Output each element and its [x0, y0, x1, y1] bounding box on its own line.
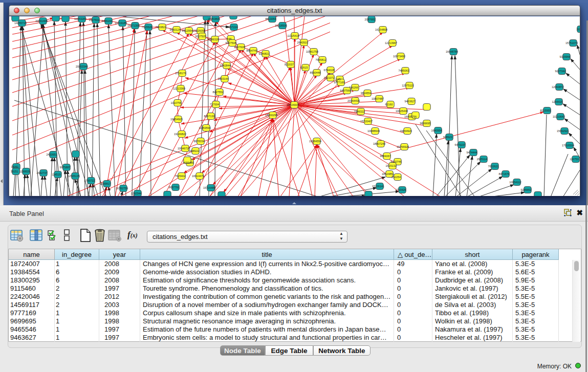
- svg-text:9684067: 9684067: [380, 155, 391, 158]
- svg-text:12213369: 12213369: [173, 87, 185, 90]
- svg-text:2718176: 2718176: [176, 72, 186, 75]
- svg-text:9699695: 9699695: [420, 122, 431, 125]
- svg-text:8912954: 8912954: [182, 29, 193, 32]
- svg-text:10719185: 10719185: [115, 21, 127, 25]
- svg-text:10210643: 10210643: [553, 115, 565, 118]
- svg-text:17016504: 17016504: [562, 144, 574, 147]
- svg-text:7955812: 7955812: [316, 58, 326, 61]
- svg-text:3824554: 3824554: [361, 92, 372, 95]
- svg-text:1527602: 1527602: [89, 18, 100, 21]
- svg-text:12975115: 12975115: [402, 84, 414, 87]
- svg-text:10961758: 10961758: [306, 50, 318, 53]
- svg-text:1292344: 1292344: [131, 192, 142, 195]
- svg-text:1733426: 1733426: [396, 188, 406, 191]
- svg-text:19166822: 19166822: [174, 133, 186, 136]
- svg-text:822037: 822037: [285, 63, 294, 66]
- svg-text:20691406: 20691406: [35, 19, 48, 23]
- svg-text:7625402: 7625402: [175, 174, 186, 178]
- svg-text:1640954: 1640954: [431, 129, 442, 132]
- svg-text:11325419: 11325419: [287, 34, 299, 37]
- svg-text:16154808: 16154808: [375, 28, 387, 31]
- svg-text:9242844: 9242844: [220, 64, 231, 67]
- svg-text:12093872: 12093872: [552, 85, 564, 89]
- svg-text:10973493: 10973493: [393, 55, 405, 58]
- svg-text:19218506: 19218506: [275, 24, 287, 27]
- svg-text:9329966: 9329966: [560, 55, 571, 58]
- svg-text:12505135: 12505135: [68, 174, 80, 178]
- svg-text:6466160: 6466160: [102, 19, 113, 23]
- svg-text:7663822: 7663822: [156, 26, 166, 29]
- svg-text:6479197: 6479197: [455, 143, 466, 146]
- svg-text:1156829: 1156829: [19, 170, 30, 173]
- svg-text:7986322: 7986322: [354, 110, 365, 113]
- svg-text:62615: 62615: [300, 66, 308, 69]
- svg-text:1244415: 1244415: [552, 100, 563, 103]
- svg-text:9245652: 9245652: [521, 188, 532, 191]
- svg-text:62160: 62160: [385, 103, 393, 106]
- svg-text:19384554: 19384554: [309, 140, 321, 143]
- svg-text:20053346: 20053346: [76, 65, 88, 68]
- svg-text:16782759: 16782759: [116, 187, 128, 190]
- svg-text:15716485: 15716485: [203, 186, 215, 189]
- svg-text:39151: 39151: [11, 170, 18, 173]
- svg-text:15136141: 15136141: [372, 185, 384, 188]
- svg-text:9657791: 9657791: [169, 186, 180, 189]
- svg-text:20364436: 20364436: [347, 99, 360, 102]
- svg-text:746266: 746266: [349, 86, 358, 89]
- svg-text:2420651: 2420651: [47, 153, 57, 156]
- svg-text:8471676: 8471676: [499, 172, 510, 176]
- svg-text:6497568: 6497568: [340, 89, 351, 92]
- svg-text:10025438: 10025438: [396, 110, 408, 113]
- svg-text:35061: 35061: [11, 165, 19, 168]
- svg-text:16648784: 16648784: [446, 50, 458, 53]
- svg-text:9498222: 9498222: [189, 149, 200, 152]
- svg-text:19756928: 19756928: [397, 145, 409, 148]
- svg-text:2803144: 2803144: [218, 77, 229, 80]
- svg-text:18300295: 18300295: [265, 114, 277, 117]
- svg-text:252254: 252254: [391, 176, 401, 179]
- svg-text:9146821: 9146821: [259, 52, 270, 55]
- svg-text:9227342: 9227342: [555, 70, 566, 73]
- svg-text:2367608: 2367608: [234, 46, 245, 49]
- svg-text:9327508: 9327508: [226, 41, 236, 45]
- svg-text:2087682: 2087682: [365, 18, 376, 21]
- svg-text:8186328: 8186328: [208, 38, 219, 41]
- svg-text:15751074: 15751074: [565, 41, 578, 45]
- svg-text:717004: 717004: [210, 103, 219, 106]
- svg-text:11353594: 11353594: [199, 126, 211, 129]
- svg-text:2640910: 2640910: [297, 41, 308, 44]
- svg-text:8267130: 8267130: [204, 115, 215, 118]
- svg-text:8427552: 8427552: [213, 91, 224, 94]
- svg-text:546: 546: [227, 37, 232, 40]
- svg-text:116753: 116753: [570, 158, 579, 161]
- svg-text:14055715: 14055715: [14, 21, 27, 25]
- svg-text:8454749: 8454749: [247, 49, 257, 52]
- svg-text:9474444: 9474444: [467, 151, 477, 154]
- svg-text:18724007: 18724007: [287, 103, 299, 106]
- svg-text:1621072: 1621072: [324, 76, 335, 79]
- svg-text:19654923: 19654923: [400, 129, 412, 133]
- svg-text:7515526: 7515526: [142, 26, 153, 29]
- svg-text:10807487: 10807487: [372, 97, 384, 100]
- svg-text:15720407: 15720407: [360, 120, 373, 123]
- svg-text:18807249: 18807249: [373, 142, 385, 145]
- svg-text:10654112: 10654112: [509, 181, 521, 184]
- svg-text:2935114: 2935114: [477, 158, 488, 161]
- svg-text:8990448: 8990448: [310, 71, 321, 74]
- svg-text:8813054: 8813054: [266, 17, 276, 20]
- svg-text:1795722: 1795722: [84, 179, 95, 182]
- svg-text:16671355: 16671355: [127, 24, 140, 27]
- svg-text:6120746: 6120746: [391, 160, 402, 163]
- svg-text:2942737: 2942737: [37, 171, 48, 174]
- svg-text:7357224: 7357224: [227, 26, 238, 29]
- svg-text:10046726: 10046726: [178, 147, 190, 150]
- svg-text:7632621: 7632621: [488, 165, 499, 168]
- svg-text:16495756: 16495756: [404, 115, 417, 118]
- svg-text:10688609: 10688609: [367, 129, 380, 133]
- svg-text:1615132: 1615132: [386, 164, 397, 167]
- svg-text:1995817: 1995817: [100, 182, 111, 185]
- svg-text:6794028: 6794028: [324, 69, 335, 72]
- svg-text:8215955: 8215955: [540, 109, 551, 112]
- svg-text:9660124: 9660124: [170, 28, 181, 31]
- svg-text:12213967: 12213967: [385, 41, 397, 45]
